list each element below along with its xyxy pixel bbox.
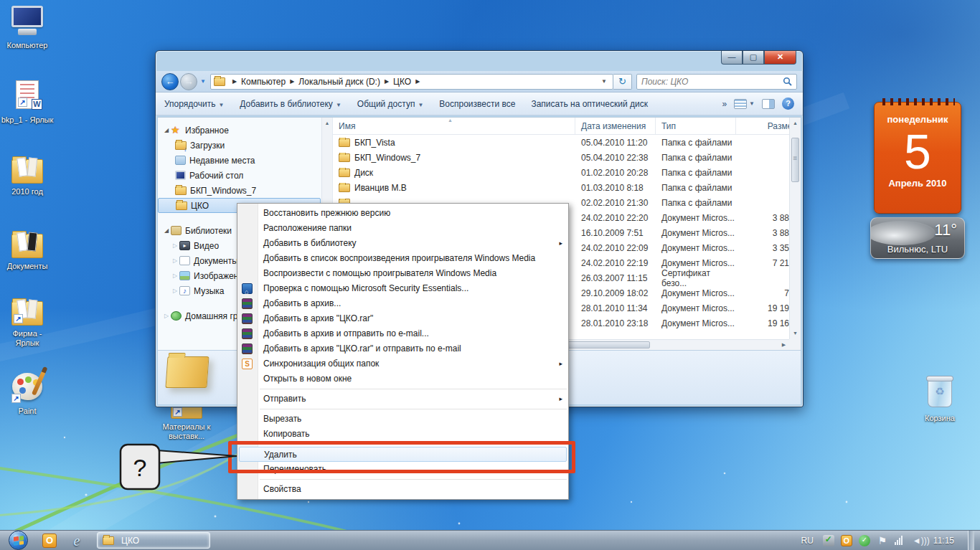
scroll-down-icon[interactable]: ▼ <box>790 328 801 339</box>
sidebar-item-desktop[interactable]: Рабочий стол <box>158 168 332 183</box>
organize-button[interactable]: Упорядочить▼ <box>164 99 224 109</box>
add-to-library-button[interactable]: Добавить в библиотеку▼ <box>240 99 341 109</box>
vertical-scrollbar[interactable]: ▲ ▼ <box>789 118 801 339</box>
menu-item-add-to-archive[interactable]: Добавить в архив... <box>237 296 568 311</box>
address-dropdown-icon[interactable]: ▼ <box>598 78 610 85</box>
taskbar-clock[interactable]: 11:15 <box>933 536 954 546</box>
menu-item-sync-shared-folders[interactable]: SСинхронизация общих папок▸ <box>237 356 568 371</box>
language-indicator[interactable]: RU <box>801 536 814 546</box>
taskbar-task-cko[interactable]: ЦКО <box>97 532 210 549</box>
folder-icon <box>339 153 350 162</box>
weather-temperature: 11° <box>934 221 957 240</box>
menu-item-properties[interactable]: Свойства <box>237 482 568 497</box>
network-signal-icon[interactable] <box>895 536 906 545</box>
breadcrumb-segment[interactable]: Компьютер <box>241 77 286 87</box>
shortcut-arrow-icon: ↗ <box>14 314 23 323</box>
menu-item-restore-previous[interactable]: Восстановить прежнюю версию <box>237 206 568 221</box>
minimize-button[interactable]: — <box>721 51 743 65</box>
expander-icon[interactable]: ▷ <box>171 272 179 279</box>
sync-status-tray-icon[interactable] <box>823 535 834 546</box>
desktop-icon-documents[interactable]: Документы <box>0 227 55 271</box>
scrollbar-thumb[interactable] <box>791 138 799 182</box>
desktop-icon-recycle-bin[interactable]: Корзина <box>913 377 967 423</box>
change-view-button[interactable]: ▼ <box>734 99 755 109</box>
expander-icon[interactable]: ▷ <box>171 257 179 264</box>
menu-item-add-to-wmp-playlist[interactable]: Добавить в список воспроизведения проигр… <box>237 251 568 266</box>
sidebar-item-downloads[interactable]: Загрузки <box>158 138 332 153</box>
weather-location: Вильнюс, LTU <box>871 244 964 255</box>
table-row[interactable]: БКП_Vista 05.04.2010 11:20Папка с файлам… <box>333 135 789 150</box>
maximize-button[interactable]: ▢ <box>743 51 764 65</box>
volume-icon[interactable]: ◄))) <box>913 535 924 546</box>
weather-gadget[interactable]: 11° Вильнюс, LTU <box>870 217 965 259</box>
menu-item-folder-location[interactable]: Расположенияе папки <box>237 221 568 236</box>
desktop-icon-computer[interactable]: Компьютер <box>0 6 55 50</box>
action-center-flag-icon[interactable]: ⚑ <box>877 535 888 546</box>
desktop-icon-firma[interactable]: ↗ Фирма - Ярлык <box>0 294 55 348</box>
column-header-date[interactable]: Дата изменения <box>575 118 656 134</box>
taskbar-pinned-ie[interactable]: e <box>70 534 84 548</box>
expander-icon[interactable]: ▷ <box>171 242 179 249</box>
taskbar-pinned-outlook[interactable]: O <box>42 534 57 548</box>
sidebar-item-bkp-windows7[interactable]: БКП_Windows_7 <box>158 183 332 198</box>
column-headers: ▲ Имя Дата изменения Тип Размер <box>333 118 801 135</box>
table-row[interactable]: Иванцив М.В 01.03.2010 8:18Папка с файла… <box>333 180 789 195</box>
toolbar-overflow-button[interactable]: » <box>722 99 727 109</box>
menu-item-play-with-wmp[interactable]: Воспроизвести с помощью проигрывателя Wi… <box>237 266 568 281</box>
outlook-tray-icon[interactable]: O <box>841 535 852 546</box>
address-bar[interactable]: ▶ Компьютер ▶ Локальный диск (D:) ▶ ЦКО … <box>210 74 613 90</box>
desktop-icon-2010[interactable]: 2010 год <box>0 152 55 196</box>
sidebar-item-favorites[interactable]: ◢ ★ Избранное <box>158 123 332 138</box>
desktop-icon-paint[interactable]: ↗ Paint <box>0 371 55 416</box>
menu-item-add-to-library[interactable]: Добавить в библиотеку▸ <box>237 236 568 251</box>
search-box[interactable]: Поиск: ЦКО <box>636 74 797 90</box>
calendar-gadget[interactable]: понедельник 5 Апрель 2010 <box>874 102 961 214</box>
breadcrumb-separator-icon: ▶ <box>415 78 420 85</box>
chevron-down-icon: ▼ <box>218 102 224 108</box>
desktop-icon-bkp1[interactable]: W ↗ bkp_1 - Ярлык <box>0 80 55 125</box>
expander-icon[interactable]: ◢ <box>162 227 171 234</box>
menu-item-add-to-archive-named[interactable]: Добавить в архив "ЦКО.rar" <box>237 311 568 326</box>
menu-item-send-to[interactable]: Отправить▸ <box>237 392 568 407</box>
start-button[interactable] <box>9 531 28 550</box>
expander-icon[interactable]: ◢ <box>162 127 171 133</box>
breadcrumb-segment[interactable]: Локальный диск (D:) <box>298 77 380 87</box>
menu-item-cut[interactable]: Вырезать <box>237 412 568 427</box>
menu-item-archive-named-and-email[interactable]: Добавить в архив "ЦКО.rar" и отправить п… <box>237 341 568 356</box>
selected-folder-preview-icon <box>165 356 209 388</box>
sidebar-item-recent-places[interactable]: Недавние места <box>158 153 332 168</box>
scroll-up-icon[interactable]: ▲ <box>322 118 332 128</box>
show-desktop-button[interactable] <box>968 531 974 550</box>
share-button[interactable]: Общий доступ▼ <box>357 99 424 109</box>
history-dropdown-icon[interactable]: ▼ <box>200 78 206 85</box>
close-button[interactable]: ✕ <box>764 51 796 65</box>
menu-item-open-in-new-window[interactable]: Открыть в новом окне <box>237 371 568 387</box>
column-header-name[interactable]: ▲ Имя <box>333 118 575 134</box>
annotation-red-box <box>228 441 575 473</box>
expander-icon[interactable]: ▷ <box>162 313 171 319</box>
folder-icon <box>339 138 350 147</box>
back-button[interactable]: ← <box>161 73 179 90</box>
refresh-button[interactable]: ↻ <box>613 74 632 90</box>
desktop-icon-label: 2010 год <box>0 187 55 196</box>
scroll-up-icon[interactable]: ▲ <box>790 118 801 129</box>
menu-item-copy[interactable]: Копировать <box>237 427 568 442</box>
column-header-type[interactable]: Тип <box>656 118 736 134</box>
expander-icon[interactable]: ▷ <box>171 288 179 294</box>
preview-pane-button[interactable] <box>762 99 775 109</box>
scroll-right-icon[interactable]: ▶ <box>778 340 789 350</box>
menu-item-scan-mse[interactable]: Проверка с помощью Microsoft Security Es… <box>237 281 568 296</box>
breadcrumb-segment[interactable]: ЦКО <box>393 77 411 87</box>
menu-item-archive-and-email[interactable]: Добавить в архив и отправить по e-mail..… <box>237 326 568 341</box>
help-button[interactable]: ? <box>782 98 794 110</box>
title-bar[interactable]: — ▢ ✕ <box>156 51 803 71</box>
folder-icon <box>11 234 43 258</box>
table-row[interactable]: БКП_Windows_7 05.04.2010 22:38Папка с фа… <box>333 150 789 165</box>
security-status-tray-icon[interactable] <box>859 535 870 546</box>
forward-button[interactable]: → <box>180 73 197 90</box>
chevron-down-icon: ▼ <box>418 102 423 108</box>
burn-button[interactable]: Записать на оптический диск <box>531 99 648 109</box>
table-row[interactable]: Диск 01.02.2010 20:28Папка с файлами <box>333 165 789 180</box>
calendar-spiral <box>880 98 955 105</box>
play-all-button[interactable]: Воспроизвести все <box>439 99 515 109</box>
